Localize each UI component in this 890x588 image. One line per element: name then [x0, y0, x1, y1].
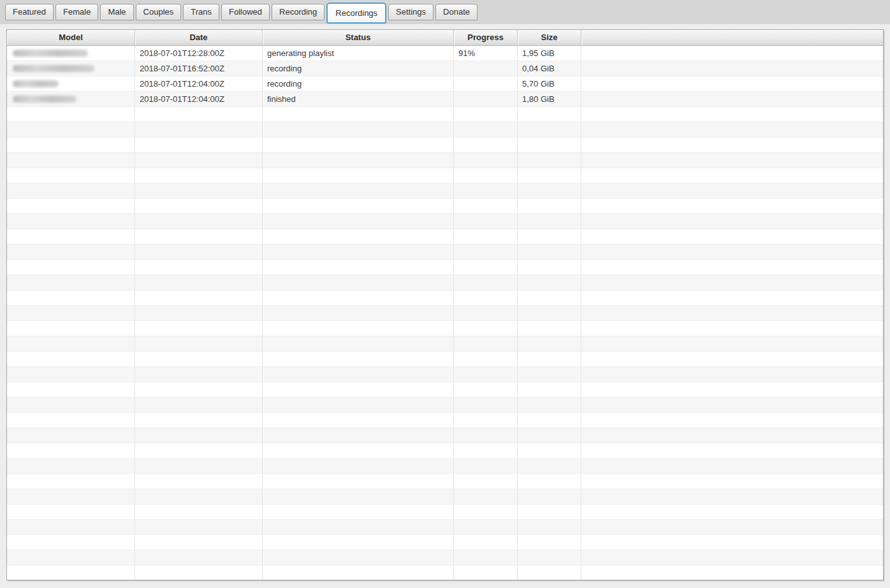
empty-row: [7, 428, 883, 443]
empty-cell: [263, 229, 454, 244]
empty-cell: [581, 505, 884, 519]
column-header-size[interactable]: Size: [518, 30, 581, 45]
progress-cell: 91%: [454, 46, 518, 61]
empty-cell: [581, 474, 884, 489]
empty-row: [7, 489, 883, 505]
empty-cell: [263, 122, 454, 137]
empty-row: [7, 474, 883, 489]
empty-cell: [263, 245, 454, 259]
empty-cell: [263, 107, 454, 122]
size-cell: 1,95 GiB: [518, 46, 581, 61]
empty-cell: [135, 107, 263, 122]
size-cell: 0,04 GiB: [518, 61, 581, 76]
empty-cell: [518, 321, 581, 336]
empty-cell: [263, 489, 454, 504]
empty-row: [7, 275, 883, 290]
empty-cell: [263, 382, 454, 397]
empty-cell: [454, 275, 518, 290]
redacted-model-name: [13, 96, 77, 103]
empty-cell: [263, 336, 454, 351]
empty-cell: [263, 367, 454, 382]
tab-featured[interactable]: Featured: [5, 4, 54, 20]
empty-cell: [7, 336, 135, 351]
date-cell: 2018-07-01T12:28:00Z: [135, 46, 263, 61]
tab-bar: FeaturedFemaleMaleCouplesTransFollowedRe…: [0, 0, 890, 24]
recording-row[interactable]: 2018-07-01T12:28:00Zgenerating playlist9…: [7, 46, 883, 61]
empty-row: [7, 382, 883, 398]
empty-cell: [135, 275, 263, 290]
empty-cell: [581, 398, 884, 412]
empty-cell: [581, 168, 884, 183]
tab-female[interactable]: Female: [55, 4, 98, 20]
empty-row: [7, 398, 883, 413]
empty-cell: [7, 321, 135, 336]
empty-cell: [581, 260, 884, 275]
recording-row[interactable]: 2018-07-01T12:04:00Zrecording5,70 GiB: [7, 76, 883, 92]
tab-recording[interactable]: Recording: [272, 4, 325, 20]
empty-cell: [135, 382, 263, 397]
empty-cell: [454, 290, 518, 305]
recording-row[interactable]: 2018-07-01T12:04:00Zfinished1,80 GiB: [7, 92, 883, 107]
tab-recordings[interactable]: Recordings: [326, 3, 386, 24]
status-cell: finished: [263, 92, 454, 106]
extra-cell: [581, 61, 884, 76]
empty-cell: [518, 290, 581, 305]
empty-cell: [7, 535, 135, 550]
empty-cell: [454, 398, 518, 412]
empty-cell: [518, 168, 581, 183]
empty-cell: [581, 413, 884, 427]
empty-cell: [454, 443, 518, 458]
column-header-progress[interactable]: Progress: [454, 30, 518, 45]
empty-cell: [581, 336, 884, 351]
empty-cell: [135, 153, 263, 168]
date-cell: 2018-07-01T12:04:00Z: [135, 76, 263, 91]
empty-cell: [263, 199, 454, 213]
empty-cell: [135, 138, 263, 152]
empty-row: [7, 214, 883, 229]
empty-cell: [454, 382, 518, 397]
recording-row[interactable]: 2018-07-01T16:52:00Zrecording0,04 GiB: [7, 61, 883, 76]
empty-row: [7, 566, 883, 580]
empty-cell: [263, 398, 454, 412]
empty-cell: [135, 290, 263, 305]
empty-row: [7, 245, 883, 260]
empty-cell: [263, 550, 454, 565]
column-header-model[interactable]: Model: [7, 30, 135, 45]
empty-cell: [263, 321, 454, 336]
extra-cell: [581, 76, 884, 91]
empty-cell: [454, 260, 518, 275]
empty-row: [7, 443, 883, 459]
empty-cell: [518, 550, 581, 565]
empty-cell: [263, 505, 454, 519]
empty-row: [7, 520, 883, 535]
empty-cell: [581, 306, 884, 320]
tab-couples[interactable]: Couples: [136, 4, 182, 20]
empty-cell: [7, 107, 135, 122]
column-header-status[interactable]: Status: [263, 30, 454, 45]
empty-cell: [7, 382, 135, 397]
tab-trans[interactable]: Trans: [183, 4, 219, 20]
empty-cell: [454, 352, 518, 366]
empty-row: [7, 367, 883, 382]
extra-cell: [581, 46, 884, 61]
empty-cell: [7, 443, 135, 458]
tab-donate[interactable]: Donate: [435, 4, 478, 20]
empty-cell: [135, 214, 263, 229]
empty-cell: [581, 229, 884, 244]
tab-settings[interactable]: Settings: [388, 4, 434, 20]
empty-cell: [7, 199, 135, 213]
empty-cell: [135, 168, 263, 183]
tab-followed[interactable]: Followed: [221, 4, 270, 20]
empty-cell: [454, 138, 518, 152]
empty-cell: [454, 107, 518, 122]
empty-row: [7, 459, 883, 474]
empty-cell: [135, 535, 263, 550]
empty-cell: [263, 290, 454, 305]
progress-cell: [454, 92, 518, 106]
tab-male[interactable]: Male: [100, 4, 133, 20]
column-header-date[interactable]: Date: [135, 30, 263, 45]
empty-row: [7, 550, 883, 566]
redacted-model-name: [13, 65, 94, 72]
empty-cell: [7, 398, 135, 412]
empty-cell: [263, 138, 454, 152]
